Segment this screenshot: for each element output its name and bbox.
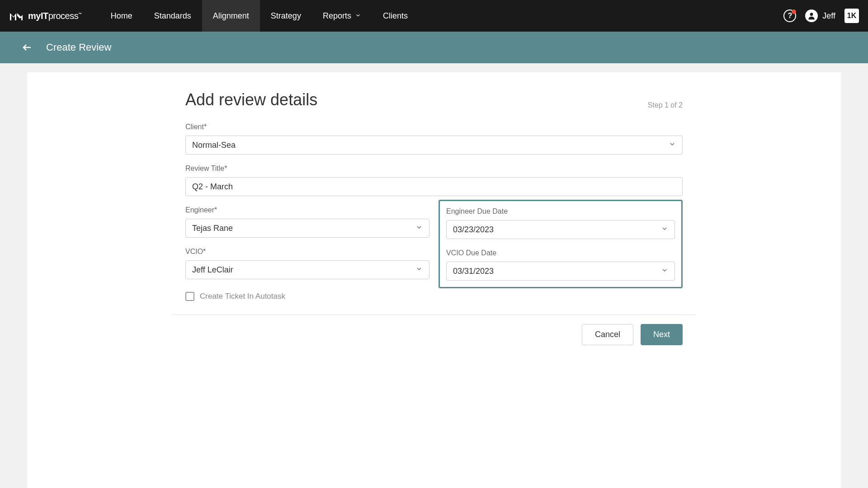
vcio-due-date-value: 03/31/2023 <box>453 267 494 276</box>
client-select[interactable]: Normal-Sea <box>185 136 683 155</box>
engineer-due-date-input[interactable]: 03/23/2023 <box>446 220 675 239</box>
two-col-container: Engineer* Tejas Rane <box>185 206 683 288</box>
help-icon[interactable]: ? <box>783 9 796 22</box>
engineer-value: Tejas Rane <box>192 224 233 233</box>
form-title: Add review details <box>185 90 317 109</box>
cancel-button[interactable]: Cancel <box>582 324 633 345</box>
nav-link-reports[interactable]: Reports <box>312 0 372 32</box>
vcio-due-date-input[interactable]: 03/31/2023 <box>446 262 675 281</box>
chevron-down-icon <box>661 267 668 276</box>
vcio-value: Jeff LeClair <box>192 265 233 275</box>
nav-link-strategy[interactable]: Strategy <box>260 0 312 32</box>
logo-text: myITprocess™ <box>28 11 82 21</box>
right-column: Engineer Due Date 03/23/2023 <box>439 206 683 288</box>
form-card: Add review details Step 1 of 2 Client* N… <box>172 72 696 488</box>
vcio-label: VCIO* <box>185 248 429 256</box>
user-menu[interactable]: Jeff <box>805 9 835 22</box>
form-group-engineer: Engineer* Tejas Rane <box>185 206 429 238</box>
review-title-value: Q2 - March <box>192 182 233 192</box>
nav-right: ? Jeff 1K <box>783 9 859 23</box>
engineer-label: Engineer* <box>185 206 429 214</box>
chevron-down-icon <box>661 225 668 235</box>
step-indicator: Step 1 of 2 <box>648 101 683 109</box>
form-group-vcio: VCIO* Jeff LeClair <box>185 248 429 279</box>
review-title-label: Review Title* <box>185 164 683 173</box>
form-footer: Cancel Next <box>172 314 696 354</box>
create-ticket-label: Create Ticket In Autotask <box>200 292 285 301</box>
chevron-down-icon <box>355 11 361 21</box>
nav-links: Home Standards Alignment Strategy Report… <box>100 0 419 32</box>
logo-icon <box>9 10 24 21</box>
form-group-client: Client* Normal-Sea <box>185 123 683 155</box>
nav-link-standards[interactable]: Standards <box>143 0 202 32</box>
next-button[interactable]: Next <box>641 324 683 345</box>
engineer-due-date-label: Engineer Due Date <box>446 207 675 216</box>
form-header: Add review details Step 1 of 2 <box>172 72 696 123</box>
chevron-down-icon <box>415 265 423 275</box>
engineer-due-date-value: 03/23/2023 <box>453 225 494 235</box>
due-dates-highlighted-box: Engineer Due Date 03/23/2023 <box>439 200 683 288</box>
nav-link-reports-label: Reports <box>323 11 351 21</box>
engineer-select[interactable]: Tejas Rane <box>185 219 429 238</box>
chevron-down-icon <box>669 141 676 150</box>
nav-link-alignment[interactable]: Alignment <box>202 0 260 32</box>
sub-header: Create Review <box>0 32 868 63</box>
form-body: Client* Normal-Sea <box>172 123 696 314</box>
checkbox-row: Create Ticket In Autotask <box>185 292 683 301</box>
question-mark-icon: ? <box>788 12 792 20</box>
notification-dot <box>792 9 796 14</box>
app-switcher-icon[interactable]: 1K <box>844 9 859 23</box>
form-row-review-title: Review Title* Q2 - March <box>185 164 683 196</box>
main-content: Add review details Step 1 of 2 Client* N… <box>0 63 868 488</box>
client-label: Client* <box>185 123 683 131</box>
logo[interactable]: myITprocess™ <box>9 10 82 21</box>
client-value: Normal-Sea <box>192 141 236 150</box>
review-title-input[interactable]: Q2 - March <box>185 177 683 196</box>
user-name: Jeff <box>822 11 835 21</box>
form-row-client: Client* Normal-Sea <box>185 123 683 155</box>
vcio-select[interactable]: Jeff LeClair <box>185 260 429 279</box>
svg-point-0 <box>810 13 813 16</box>
left-column: Engineer* Tejas Rane <box>185 206 429 288</box>
page-title: Create Review <box>46 42 111 53</box>
create-ticket-checkbox[interactable] <box>185 292 194 301</box>
form-group-engineer-due-date: Engineer Due Date 03/23/2023 <box>446 207 675 239</box>
form-group-review-title: Review Title* Q2 - March <box>185 164 683 196</box>
user-icon <box>805 9 818 22</box>
top-navigation: myITprocess™ Home Standards Alignment St… <box>0 0 868 32</box>
vcio-due-date-label: VCIO Due Date <box>446 249 675 257</box>
chevron-down-icon <box>415 224 423 233</box>
content-wrapper: Add review details Step 1 of 2 Client* N… <box>27 72 841 488</box>
form-group-vcio-due-date: VCIO Due Date 03/31/2023 <box>446 249 675 281</box>
back-button[interactable] <box>22 42 33 53</box>
nav-link-clients[interactable]: Clients <box>372 0 419 32</box>
nav-link-home[interactable]: Home <box>100 0 143 32</box>
